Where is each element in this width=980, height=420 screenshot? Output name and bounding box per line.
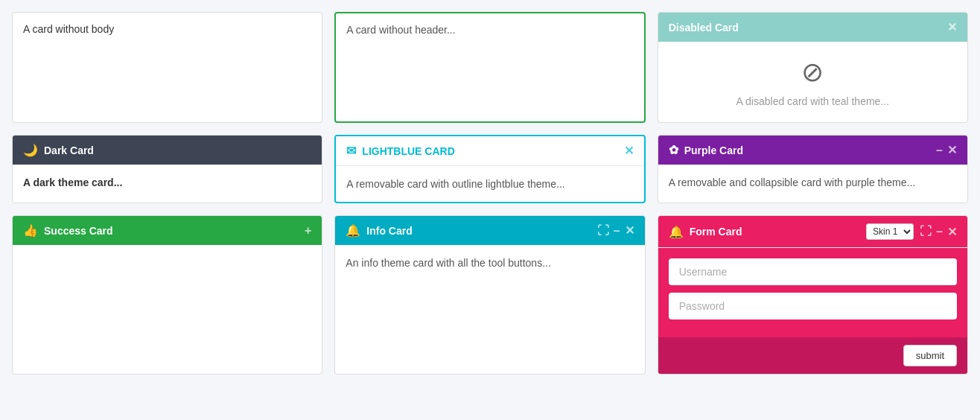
card-disabled-header: Disabled Card ✕ — [658, 13, 967, 42]
form-expand-icon[interactable]: ⛶ — [920, 225, 932, 238]
card-dark-header: 🌙 Dark Card — [13, 136, 322, 165]
bell-icon: 🔔 — [346, 223, 360, 238]
card-dark-body: A dark theme card... — [13, 165, 322, 200]
card-dark-title: Dark Card — [44, 144, 94, 156]
password-input[interactable] — [669, 293, 957, 319]
card-form-tools: ⛶ – ✕ — [920, 225, 957, 239]
card-success-title: Success Card — [44, 225, 113, 237]
card-lightblue-body: A removable card with outline lightblue … — [336, 166, 643, 202]
info-close-icon[interactable]: ✕ — [625, 223, 634, 238]
info-expand-icon[interactable]: ⛶ — [597, 224, 609, 238]
card-disabled-body: ⊘ A disabled card with teal theme... — [658, 42, 967, 122]
card-form-title: Form Card — [690, 226, 742, 238]
card-lightblue-title: LIGHTBLUE CARD — [362, 145, 454, 157]
submit-button[interactable]: submit — [903, 345, 957, 366]
purple-close-icon[interactable]: ✕ — [947, 143, 957, 157]
card-purple-title: Purple Card — [684, 144, 743, 156]
info-collapse-icon[interactable]: – — [614, 224, 620, 238]
card-dark-text: A dark theme card... — [23, 176, 122, 188]
card-no-header: A card without header... — [334, 12, 645, 123]
card-form: 🔔 Form Card Skin 1 Skin 2 Skin 3 ⛶ – ✕ s… — [658, 215, 968, 375]
card-success-header: 👍 Success Card + — [13, 216, 322, 245]
skin-select[interactable]: Skin 1 Skin 2 Skin 3 — [866, 223, 914, 240]
card-lightblue-header: ✉ LIGHTBLUE CARD ✕ — [336, 136, 643, 166]
card-no-body: A card without body — [12, 12, 322, 123]
envelope-icon: ✉ — [346, 144, 356, 158]
form-bell-icon: 🔔 — [669, 225, 684, 239]
card-disabled-tools: ✕ — [947, 20, 957, 34]
card-success: 👍 Success Card + — [12, 215, 322, 375]
card-form-footer: submit — [658, 337, 967, 374]
card-info: 🔔 Info Card ⛶ – ✕ An info theme card wit… — [334, 215, 645, 375]
card-success-tools: + — [305, 224, 311, 238]
thumbs-up-icon: 👍 — [23, 223, 38, 238]
card-purple-body: A removable and collapsible card with pu… — [658, 165, 967, 200]
lightblue-close-icon[interactable]: ✕ — [624, 144, 634, 158]
purple-collapse-icon[interactable]: – — [936, 144, 943, 157]
card-lightblue-text: A removable card with outline lightblue … — [346, 178, 564, 190]
fan-icon: ✿ — [669, 143, 678, 157]
success-add-icon[interactable]: + — [305, 224, 311, 238]
moon-icon: 🌙 — [23, 143, 38, 157]
card-purple-tools: – ✕ — [936, 143, 957, 157]
card-purple-header: ✿ Purple Card – ✕ — [658, 136, 967, 165]
card-disabled-title: Disabled Card — [669, 22, 739, 34]
form-close-icon[interactable]: ✕ — [947, 225, 957, 239]
card-info-body: An info theme card with all the tool but… — [335, 245, 644, 281]
card-purple-text: A removable and collapsible card with pu… — [669, 176, 916, 188]
card-purple: ✿ Purple Card – ✕ A removable and collap… — [658, 135, 968, 203]
card-info-header: 🔔 Info Card ⛶ – ✕ — [335, 216, 644, 245]
card-form-body — [658, 248, 967, 337]
card-disabled: Disabled Card ✕ ⊘ A disabled card with t… — [658, 12, 968, 123]
card-lightblue-tools: ✕ — [624, 144, 634, 158]
no-entry-icon: ⊘ — [801, 57, 824, 88]
disabled-close-icon[interactable]: ✕ — [947, 20, 957, 34]
card-lightblue: ✉ LIGHTBLUE CARD ✕ A removable card with… — [334, 135, 645, 203]
card-form-header: 🔔 Form Card Skin 1 Skin 2 Skin 3 ⛶ – ✕ — [658, 216, 967, 248]
card-info-text: An info theme card with all the tool but… — [346, 257, 551, 269]
card-no-header-text: A card without header... — [346, 24, 455, 36]
card-info-tools: ⛶ – ✕ — [597, 223, 634, 238]
card-no-body-text: A card without body — [23, 23, 114, 35]
username-input[interactable] — [669, 258, 957, 285]
cards-grid: A card without body A card without heade… — [12, 12, 968, 375]
card-dark: 🌙 Dark Card A dark theme card... — [12, 135, 322, 203]
card-info-title: Info Card — [366, 225, 412, 237]
card-disabled-text: A disabled card with teal theme... — [736, 95, 889, 107]
form-collapse-icon[interactable]: – — [936, 225, 943, 238]
